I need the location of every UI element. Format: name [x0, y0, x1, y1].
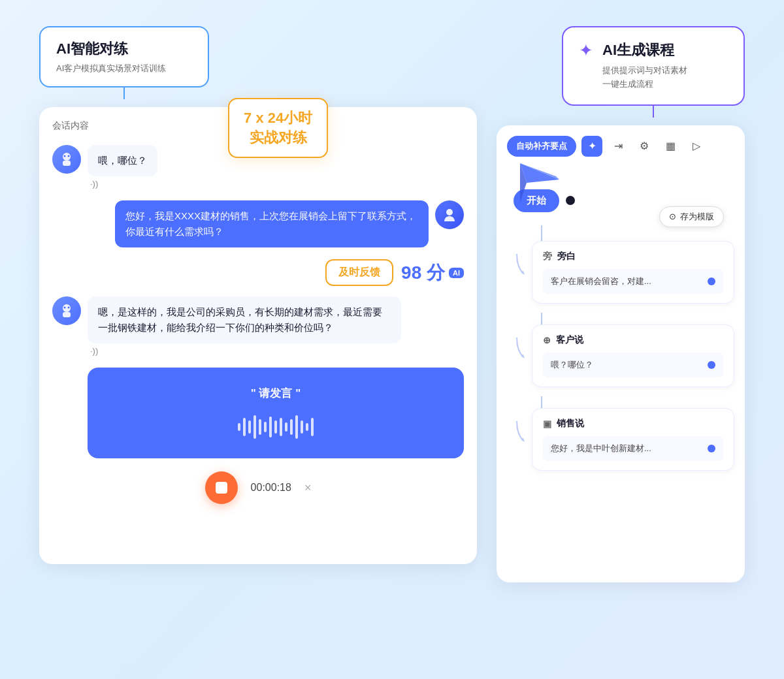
waveform	[107, 414, 444, 440]
timer: 00:00:18	[251, 482, 291, 494]
narration-content: 客户在展销会留咨，对建...	[543, 269, 723, 294]
sound-1: ·))	[88, 179, 157, 189]
customer-content: 喂？哪位？	[543, 353, 723, 377]
voice-prompt: " 请发言 "	[107, 386, 444, 401]
chat-msg-2: 您好，我是XXXX建材的销售，上次您在展销会上留下了联系方式，你最近有什么需求吗…	[52, 200, 464, 247]
flow-row-2: ⊕ 客户说 喂？哪位？	[507, 324, 734, 396]
bubble-2: 您好，我是XXXX建材的销售，上次您在展销会上留下了联系方式，你最近有什么需求吗…	[115, 200, 429, 247]
main-container: AI智能对练 AI客户模拟真实场景对话训练 7 x 24小时 实战对练 会话内容	[0, 0, 784, 679]
narration-card: 旁 旁白 客户在展销会留咨，对建...	[532, 241, 734, 304]
narration-header: 旁 旁白	[543, 251, 723, 262]
bubble-text-2: 您好，我是XXXX建材的销售，上次您在展销会上留下了联系方式，你最近有什么需求吗…	[115, 200, 429, 247]
ai-sparkle-icon: ✦	[579, 40, 593, 61]
wave-bar	[290, 419, 293, 435]
flow-toolbar: 自动补齐要点 ✦ ⇥ ⚙ ▦ ▷	[507, 136, 734, 157]
flow-arrow-2	[507, 324, 527, 364]
record-button[interactable]	[205, 471, 238, 504]
voice-input-area: " 请发言 "	[88, 368, 464, 458]
person-avatar	[435, 200, 464, 229]
sales-icon: ▣	[543, 418, 551, 429]
customer-dot	[708, 361, 715, 369]
ai-title-card: AI智能对练 AI客户模拟真实场景对话训练	[39, 26, 209, 87]
play-toolbar-icon[interactable]: ▷	[686, 136, 707, 157]
center-badge: 7 x 24小时 实战对练	[228, 98, 328, 158]
ai-course-info: AI生成课程 提供提示词与对话素材 一键生成流程	[602, 40, 687, 91]
customer-card: ⊕ 客户说 喂？哪位？	[532, 324, 734, 387]
svg-marker-9	[520, 163, 559, 183]
score-badge: 98 分 AI	[401, 261, 464, 285]
svg-point-7	[64, 307, 66, 309]
ai-course-card: ✦ AI生成课程 提供提示词与对话素材 一键生成流程	[562, 26, 745, 106]
svg-rect-6	[63, 312, 71, 317]
flow-arrow-3	[507, 408, 527, 447]
badge-line1: 7 x 24小时	[244, 108, 312, 128]
narration-dot	[708, 277, 715, 285]
customer-text: 喂？哪位？	[551, 359, 593, 371]
wave-bar	[311, 418, 314, 436]
customer-label: 客户说	[556, 334, 583, 346]
chat-panel: 会话内容 喂，哪位？ ·))	[39, 107, 477, 564]
bubble-text-1: 喂，哪位？	[88, 145, 157, 176]
svg-point-3	[68, 155, 70, 157]
connector-3	[541, 396, 542, 408]
svg-rect-1	[63, 161, 71, 166]
left-panel: AI智能对练 AI客户模拟真实场景对话训练 7 x 24小时 实战对练 会话内容	[39, 26, 477, 564]
wave-bar	[238, 423, 240, 431]
blue-arrow-decoration	[520, 163, 579, 206]
bubble-1: 喂，哪位？ ·))	[88, 145, 157, 189]
wave-bar	[269, 417, 272, 437]
robot-avatar	[52, 145, 81, 174]
sales-content: 您好，我是中叶创新建材...	[543, 436, 723, 461]
sales-dot	[708, 445, 715, 452]
sales-label: 销售说	[557, 418, 584, 430]
wave-bar	[285, 422, 287, 432]
wave-bar	[264, 422, 267, 432]
close-button[interactable]: ×	[304, 481, 312, 495]
login-toolbar-icon[interactable]: ⇥	[608, 136, 629, 157]
wave-bar	[295, 415, 298, 439]
svg-point-8	[68, 307, 70, 309]
feedback-badge: 及时反馈	[325, 259, 393, 286]
score-row: 及时反馈 98 分 AI	[52, 259, 464, 286]
sound-3: ·))	[88, 346, 401, 356]
sales-header: ▣ 销售说	[543, 418, 723, 430]
ai-course-desc: 提供提示词与对话素材 一键生成流程	[602, 64, 687, 91]
wave-bar	[259, 419, 261, 435]
ai-tag: AI	[449, 268, 464, 278]
wave-bar	[306, 423, 308, 431]
sales-card: ▣ 销售说 您好，我是中叶创新建材...	[532, 408, 734, 471]
wave-bar	[274, 420, 277, 434]
wave-bar	[301, 420, 303, 434]
bubble-3: 嗯，是这样的，我是公司的采购员，有长期的建材需求，最近需要一批钢铁建材，能给我介…	[88, 296, 401, 356]
sparkle-toolbar-icon[interactable]: ✦	[581, 136, 602, 157]
flow-panel: 自动补齐要点 ✦ ⇥ ⚙ ▦ ▷ ⊙ 存为模版	[497, 125, 745, 582]
record-icon	[216, 482, 227, 494]
connector-2	[541, 313, 542, 324]
wave-bar	[248, 420, 251, 434]
narration-icon: 旁	[543, 251, 552, 262]
narration-text: 客户在展销会留咨，对建...	[551, 276, 651, 287]
svg-point-4	[446, 209, 453, 215]
robot-avatar-2	[52, 296, 81, 325]
flow-row-1: 旁 旁白 客户在展销会留咨，对建...	[507, 241, 734, 313]
save-icon: ⊙	[669, 212, 676, 221]
auto-fill-button[interactable]: 自动补齐要点	[507, 136, 576, 157]
curved-arrow-2	[507, 338, 527, 364]
chat-msg-3: 嗯，是这样的，我是公司的采购员，有长期的建材需求，最近需要一批钢铁建材，能给我介…	[52, 296, 464, 356]
wave-bar	[243, 418, 246, 436]
curved-arrow-3	[507, 421, 527, 447]
save-label: 存为模版	[680, 211, 714, 223]
svg-point-5	[63, 304, 71, 312]
connector-1	[541, 225, 542, 241]
settings-toolbar-icon[interactable]: ⚙	[634, 136, 655, 157]
save-template-button[interactable]: ⊙ 存为模版	[659, 206, 724, 227]
right-panel: ✦ AI生成课程 提供提示词与对话素材 一键生成流程 自动补齐要点 ✦ ⇥ ⚙ …	[497, 26, 745, 582]
sales-text: 您好，我是中叶创新建材...	[551, 443, 651, 454]
svg-point-2	[64, 155, 66, 157]
wave-bar	[280, 418, 282, 436]
layout-toolbar-icon[interactable]: ▦	[660, 136, 681, 157]
bubble-text-3: 嗯，是这样的，我是公司的采购员，有长期的建材需求，最近需要一批钢铁建材，能给我介…	[88, 296, 401, 343]
bottom-controls: 00:00:18 ×	[52, 471, 464, 511]
narration-label: 旁白	[557, 251, 576, 262]
customer-icon: ⊕	[543, 335, 551, 345]
